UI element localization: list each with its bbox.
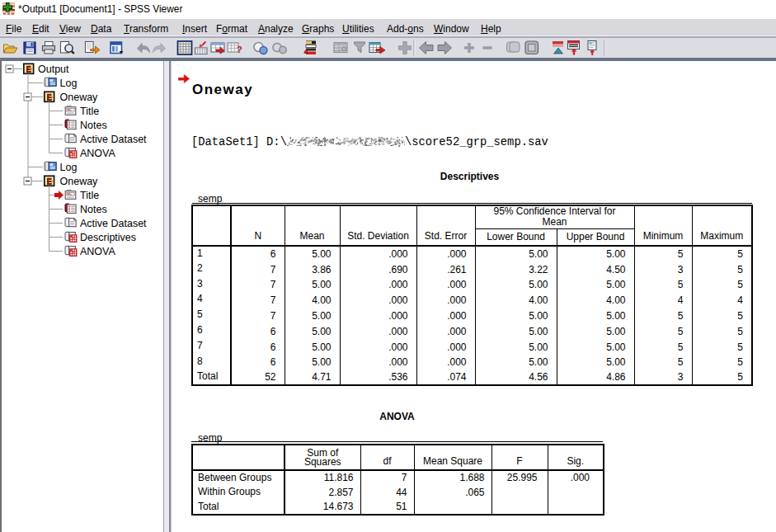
svg-text:Active Dataset: Active Dataset: [80, 134, 147, 145]
svg-text:Log: Log: [60, 162, 78, 173]
svg-text:Title: Title: [80, 190, 99, 201]
svg-text:Active Dataset: Active Dataset: [80, 218, 147, 229]
svg-text:Output: Output: [38, 64, 69, 75]
svg-text:Descriptives: Descriptives: [80, 232, 136, 243]
svg-text:Oneway: Oneway: [60, 176, 99, 187]
svg-text:Title: Title: [80, 106, 99, 117]
svg-text:Log: Log: [60, 78, 78, 89]
svg-text:Notes: Notes: [80, 120, 107, 131]
svg-text:ANOVA: ANOVA: [80, 246, 115, 257]
svg-text:Oneway: Oneway: [60, 92, 99, 103]
svg-text:ANOVA: ANOVA: [80, 148, 115, 159]
svg-text:?: ?: [237, 45, 242, 54]
svg-text:Notes: Notes: [80, 204, 107, 215]
